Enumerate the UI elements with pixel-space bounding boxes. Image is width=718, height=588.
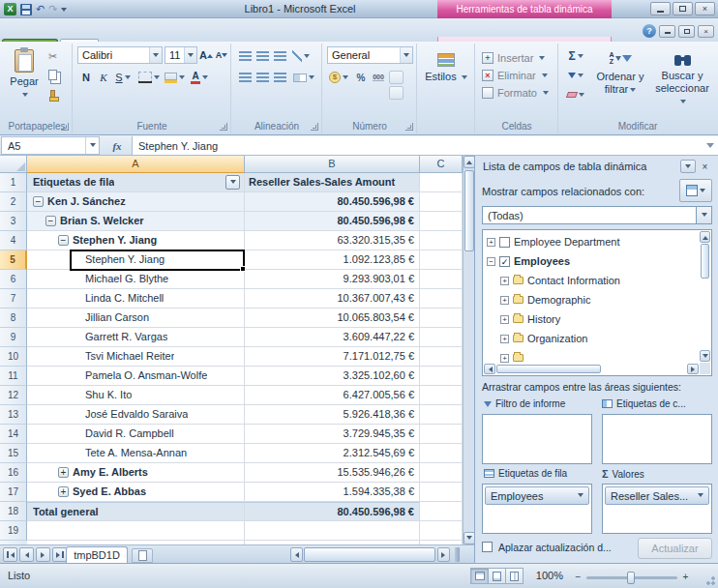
- shrink-font-button[interactable]: A: [214, 46, 229, 64]
- value-cell[interactable]: 5.926.418,36 €: [245, 405, 420, 425]
- value-cell[interactable]: 6.427.005,56 €: [245, 386, 420, 405]
- collapse-toggle[interactable]: −: [58, 235, 69, 246]
- orientation-button[interactable]: [292, 47, 310, 65]
- save-icon[interactable]: [20, 4, 32, 15]
- number-format-combo[interactable]: General: [327, 46, 413, 64]
- value-cell[interactable]: 80.450.596,98 €: [245, 502, 420, 521]
- resize-grip[interactable]: [703, 573, 716, 586]
- row-label-cell[interactable]: −Brian S. Welcker: [27, 212, 245, 231]
- formula-input[interactable]: Stephen Y. Jiang: [132, 136, 718, 155]
- empty-cell[interactable]: [420, 192, 463, 212]
- empty-cell[interactable]: [420, 502, 463, 521]
- field-source-combo[interactable]: (Todas): [482, 206, 712, 224]
- tab-split-handle[interactable]: [455, 547, 460, 562]
- row-header-19[interactable]: 19: [0, 521, 27, 541]
- row-label-cell[interactable]: Stephen Y. Jiang: [27, 250, 245, 270]
- value-cell[interactable]: 9.293.903,01 €: [245, 270, 420, 289]
- align-bottom-button[interactable]: [271, 47, 288, 65]
- values-header-cell[interactable]: Reseller Sales-Sales Amount: [245, 173, 420, 192]
- decrease-decimal-button[interactable]: [389, 86, 404, 100]
- row-label-cell[interactable]: Tete A. Mensa-Annan: [27, 444, 245, 463]
- expand-toggle[interactable]: +: [500, 277, 509, 285]
- name-box[interactable]: A5: [1, 136, 100, 155]
- paste-button[interactable]: Pegar: [4, 45, 45, 119]
- prev-sheet-icon[interactable]: [19, 547, 34, 562]
- row-header-8[interactable]: 8: [0, 309, 27, 328]
- row-header-11[interactable]: 11: [0, 367, 27, 386]
- value-cell[interactable]: 15.535.946,26 €: [245, 463, 420, 483]
- page-layout-view-button[interactable]: [488, 568, 506, 584]
- value-cell[interactable]: 3.609.447,22 €: [245, 328, 420, 347]
- values-zone[interactable]: Reseller Sales...: [602, 484, 712, 534]
- minimize-button[interactable]: [650, 2, 671, 15]
- value-cell[interactable]: 10.065.803,54 €: [245, 309, 420, 328]
- merge-center-button[interactable]: [292, 69, 315, 86]
- value-cell[interactable]: 7.171.012,75 €: [245, 347, 420, 367]
- comma-format-button[interactable]: 000: [370, 69, 387, 86]
- row-label-cell[interactable]: Pamela O. Ansman-Wolfe: [27, 367, 245, 386]
- expand-toggle[interactable]: +: [500, 296, 509, 305]
- restore-button[interactable]: [673, 2, 693, 15]
- borders-button[interactable]: [137, 69, 161, 86]
- workbook-minimize-button[interactable]: [659, 25, 675, 38]
- row-labels-filter-button[interactable]: [225, 175, 240, 190]
- row-header-9[interactable]: 9: [0, 328, 27, 347]
- row-header-15[interactable]: 15: [0, 444, 27, 463]
- cut-button[interactable]: ✂: [48, 48, 70, 65]
- empty-cell[interactable]: [420, 173, 463, 192]
- value-cell[interactable]: 3.729.945,35 €: [245, 425, 420, 444]
- page-break-view-button[interactable]: [505, 568, 524, 584]
- increase-decimal-button[interactable]: [389, 71, 404, 84]
- fill-color-button[interactable]: [163, 69, 186, 86]
- row-label-cell[interactable]: Total general: [27, 502, 245, 521]
- styles-button[interactable]: Estilos: [421, 45, 471, 119]
- currency-format-button[interactable]: $: [327, 69, 350, 86]
- bold-button[interactable]: N: [77, 69, 95, 86]
- empty-cell[interactable]: [420, 328, 463, 347]
- collapse-toggle[interactable]: −: [487, 257, 495, 266]
- chevron-down-icon[interactable]: [400, 47, 412, 63]
- empty-cell[interactable]: [420, 367, 463, 386]
- row-header-2[interactable]: 2: [0, 192, 27, 212]
- row-header-7[interactable]: 7: [0, 289, 27, 309]
- row-header-18[interactable]: 18: [0, 502, 27, 521]
- row-label-cell[interactable]: −Ken J. Sánchez: [27, 192, 245, 212]
- row-header-4[interactable]: 4: [0, 231, 27, 250]
- row-label-cell[interactable]: Jillian Carson: [27, 309, 245, 328]
- undo-icon[interactable]: ↶: [36, 3, 45, 15]
- column-labels-zone[interactable]: [602, 414, 712, 464]
- report-filter-zone[interactable]: [482, 414, 592, 464]
- column-header-b[interactable]: B: [245, 156, 420, 173]
- column-header-a[interactable]: A: [27, 156, 245, 173]
- chevron-down-icon[interactable]: [149, 47, 162, 63]
- dialog-launcher-icon[interactable]: [405, 123, 413, 131]
- row-label-cell[interactable]: Shu K. Ito: [27, 386, 245, 405]
- insert-function-button[interactable]: fx: [105, 136, 130, 155]
- row-header-5[interactable]: 5: [0, 250, 27, 270]
- zoom-slider-thumb[interactable]: [627, 572, 635, 584]
- expand-toggle[interactable]: +: [487, 238, 495, 247]
- scrollbar-thumb[interactable]: [701, 244, 709, 279]
- format-painter-button[interactable]: [50, 86, 72, 103]
- workbook-restore-button[interactable]: [678, 25, 695, 38]
- row-header-13[interactable]: 13: [0, 405, 27, 425]
- first-sheet-icon[interactable]: [3, 547, 17, 562]
- value-cell[interactable]: 1.092.123,85 €: [245, 250, 420, 270]
- scroll-down-icon[interactable]: [700, 350, 710, 362]
- scroll-left-icon[interactable]: [484, 364, 495, 374]
- last-sheet-icon[interactable]: [52, 547, 67, 562]
- empty-cell[interactable]: [420, 231, 463, 250]
- autosum-button[interactable]: Σ: [563, 47, 588, 65]
- row-label-cell[interactable]: +Amy E. Alberts: [27, 463, 245, 483]
- row-label-cell[interactable]: −Stephen Y. Jiang: [27, 231, 245, 250]
- field-tree-item[interactable]: +Employee Department: [484, 232, 699, 251]
- value-cell[interactable]: 80.450.596,98 €: [245, 192, 420, 212]
- expand-toggle[interactable]: +: [58, 486, 69, 497]
- align-top-button[interactable]: [236, 47, 254, 65]
- row-label-cell[interactable]: David R. Campbell: [27, 425, 245, 444]
- italic-button[interactable]: K: [95, 69, 112, 86]
- expand-toggle[interactable]: +: [58, 467, 69, 478]
- empty-cell[interactable]: [420, 347, 463, 367]
- empty-cell[interactable]: [420, 212, 463, 231]
- value-cell[interactable]: 1.594.335,38 €: [245, 483, 420, 502]
